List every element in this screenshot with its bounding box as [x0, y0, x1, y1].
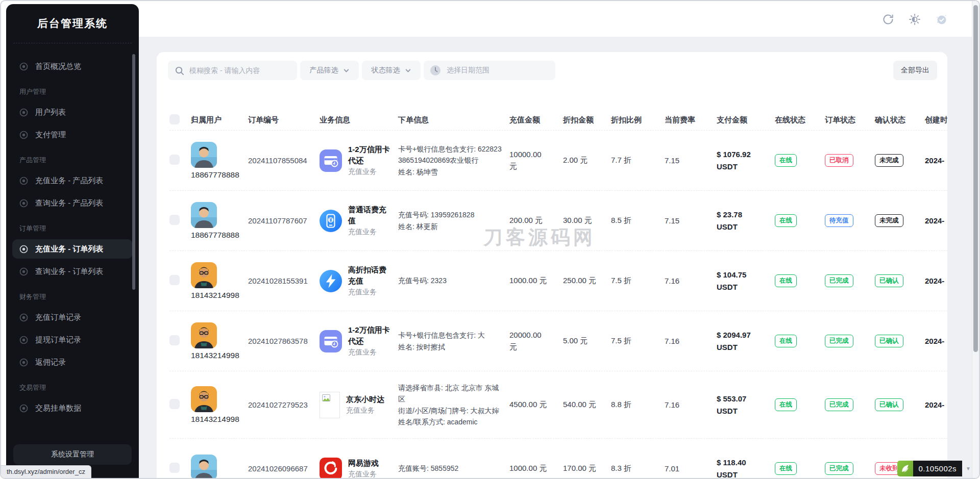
order-no: 20241028155391 — [248, 276, 320, 285]
sidebar-item-query-orders[interactable]: 查询业务 - 订单列表 — [12, 262, 133, 281]
pay-amount: $ 1076.92 USDT — [717, 148, 775, 172]
discount-amount: 2.00 元 — [563, 156, 611, 165]
business-name: 京东小时达 — [346, 394, 384, 405]
lightning-icon — [320, 270, 342, 292]
online-status-badge: 在线 — [775, 335, 797, 347]
sidebar-item-recharge-products[interactable]: 充值业务 - 产品列表 — [12, 171, 133, 190]
confirm-status-badge: 未完成 — [875, 154, 903, 167]
credit-card-icon — [320, 149, 342, 172]
order-info: 卡号+银行信息包含支行: 大姓名: 按时擦拭 — [398, 330, 509, 352]
recharge-amount: 1000.00 元 — [509, 463, 563, 474]
pay-amount: $ 23.78 USDT — [717, 209, 775, 233]
search-box[interactable] — [168, 61, 297, 80]
sidebar-section-trade: 交易管理 — [12, 375, 133, 398]
order-info: 充值号码: 13959261828姓名: 林更新 — [398, 209, 509, 232]
online-status-badge: 在线 — [775, 214, 797, 227]
content-area: 产品筛选 状态筛选 选择日期范围 全部导出 — [139, 37, 972, 478]
order-info: 卡号+银行信息包含支行: 6228233865194020869农业银行姓名: … — [398, 143, 509, 177]
sidebar-item-recharge-orders[interactable]: 充值业务 - 订单列表 — [12, 239, 133, 259]
theme-toggle-icon[interactable] — [909, 13, 921, 26]
col-header-created: 创建时间 — [925, 115, 947, 125]
created-at: 2024- — [925, 156, 947, 165]
row-checkbox[interactable] — [169, 335, 180, 345]
current-rate: 7.16 — [665, 337, 717, 345]
discount-ratio: 7.7 折 — [611, 156, 665, 165]
discount-ratio: 7.5 折 — [611, 276, 665, 286]
discount-ratio: 8.5 折 — [611, 216, 665, 225]
col-header-discount: 折扣金额 — [563, 115, 611, 125]
table-row: 20241026096687 网易游戏充值业务 充值账号: 5855952 10… — [169, 438, 947, 478]
row-checkbox[interactable] — [169, 155, 180, 165]
sidebar-section-orders: 订单管理 — [12, 216, 133, 239]
user-avatar — [191, 386, 217, 412]
leaf-icon[interactable] — [897, 461, 913, 476]
confirm-status-badge: 已确认 — [875, 398, 903, 411]
discount-ratio: 7.5 折 — [611, 336, 665, 346]
business-type: 充值业务 — [348, 166, 391, 177]
user-avatar — [191, 142, 217, 168]
created-at: 2024- — [925, 337, 947, 345]
row-checkbox[interactable] — [169, 215, 180, 225]
user-phone: 18867778888 — [191, 231, 239, 240]
chevron-down-icon — [405, 67, 411, 74]
business-type: 充值业务 — [348, 287, 391, 297]
business-type: 充值业务 — [346, 405, 384, 416]
sidebar-item-trade-orders[interactable]: 交易挂单数据 — [12, 398, 133, 418]
filter-toolbar: 产品筛选 状态筛选 选择日期范围 全部导出 — [168, 61, 937, 80]
sidebar-item-withdraw-records[interactable]: 提现订单记录 — [12, 330, 133, 349]
sidebar-item-dashboard[interactable]: 首页概况总览 — [12, 57, 133, 76]
recharge-amount: 1000.00 元 — [509, 275, 563, 287]
window-scrollbar-thumb[interactable] — [973, 5, 978, 352]
orders-table: 归属用户 订单编号 业务信息 下单信息 充值金额 折扣金额 折扣比例 当前费率 … — [169, 110, 947, 478]
order-info: 请选择省市县: 北京 北京市 东城区街道/小区/商场门牌号: 大叔大婶姓名/联系… — [398, 382, 509, 427]
order-no: 20241027279523 — [248, 400, 320, 409]
discount-amount: 5.00 元 — [563, 336, 611, 346]
search-input[interactable] — [189, 66, 290, 74]
business-name: 高折扣话费充值 — [348, 264, 391, 287]
sidebar-item-payment[interactable]: 支付管理 — [12, 125, 133, 144]
row-checkbox[interactable] — [169, 463, 180, 473]
browser-status-url: th.dsyl.xyz/admin/order_cz — [1, 465, 91, 478]
sidebar: 后台管理系统 首页概况总览 用户管理 用户列表 支付管理 产品管理 充值业务 -… — [6, 4, 139, 478]
sidebar-item-query-products[interactable]: 查询业务 - 产品列表 — [12, 193, 133, 213]
caret-down-icon[interactable]: ▼ — [966, 466, 971, 471]
search-icon — [175, 66, 184, 75]
main-area: 产品筛选 状态筛选 选择日期范围 全部导出 — [139, 1, 972, 478]
sidebar-scrollbar-thumb[interactable] — [132, 54, 135, 290]
phone-recharge-icon: ¥ — [320, 210, 342, 232]
discount-amount: 540.00 元 — [563, 400, 611, 410]
recharge-amount: 200.00 元 — [509, 215, 563, 226]
current-rate: 7.01 — [665, 464, 717, 473]
sidebar-item-recharge-records[interactable]: 充值订单记录 — [12, 308, 133, 327]
radio-dot-icon — [19, 336, 28, 344]
sidebar-item-label: 用户列表 — [35, 108, 66, 117]
system-settings-button[interactable]: 系统设置管理 — [13, 444, 132, 465]
table-row: 18143214998 20241027279523 京东小时达充值业务 请选择… — [169, 371, 947, 438]
discount-amount: 30.00 元 — [563, 216, 611, 225]
status-filter-label: 状态筛选 — [372, 66, 400, 75]
radio-dot-icon — [19, 267, 28, 276]
order-status-badge: 已完成 — [825, 274, 853, 287]
online-status-badge: 在线 — [775, 398, 797, 411]
discount-ratio: 8.3 折 — [611, 464, 665, 473]
order-status-badge: 待充值 — [825, 214, 853, 227]
select-all-checkbox[interactable] — [169, 114, 180, 124]
product-filter-select[interactable]: 产品筛选 — [300, 61, 359, 80]
session-check-icon[interactable] — [935, 13, 947, 26]
user-avatar — [191, 262, 217, 288]
export-all-button[interactable]: 全部导出 — [893, 61, 937, 80]
date-range-picker[interactable]: 选择日期范围 — [424, 61, 555, 80]
app-window: 后台管理系统 首页概况总览 用户管理 用户列表 支付管理 产品管理 充值业务 -… — [0, 0, 980, 479]
col-header-order-no: 订单编号 — [248, 115, 320, 125]
row-checkbox[interactable] — [169, 399, 180, 409]
sidebar-section-products: 产品管理 — [12, 147, 133, 171]
row-checkbox[interactable] — [169, 275, 180, 285]
status-filter-select[interactable]: 状态筛选 — [362, 61, 421, 80]
broken-image-icon — [320, 392, 340, 418]
business-type: 充值业务 — [348, 469, 379, 478]
refresh-icon[interactable] — [882, 13, 894, 26]
sidebar-item-user-list[interactable]: 用户列表 — [12, 103, 133, 122]
debug-toolbar[interactable]: 0.105002s ▼ — [897, 461, 971, 476]
sidebar-item-rebate-records[interactable]: 返佣记录 — [12, 352, 133, 372]
current-rate: 7.16 — [665, 276, 717, 285]
